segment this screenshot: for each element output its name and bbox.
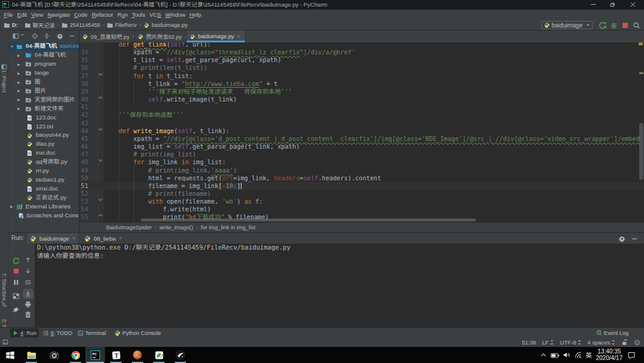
tool-button-pythonconsole[interactable]: Python Console [112,328,163,337]
menu-edit[interactable]: Edit [15,10,29,20]
tree-item-baoyun44py[interactable]: baoyun44.py [8,131,79,140]
hide-panel-button[interactable] [69,33,75,39]
editor-tab-baiduimagepy[interactable]: baiduimage.py× [187,30,246,42]
tree-item-qqpy[interactable]: qq号爬取.py [8,158,79,167]
tree-item-node[interactable]: ▶新建文件夹 [8,104,79,113]
taskbar-pycharm-logo[interactable]: PC [85,347,105,363]
tool-button-eventlog[interactable]: Event Log [593,328,631,337]
tool-button-terminal[interactable]: Terminal [75,328,109,337]
horizontal-scrollbar[interactable] [141,219,476,222]
run-settings-button[interactable] [615,234,628,244]
status-encoding[interactable]: UTF-8 [560,339,581,346]
tree-item-rrrpy[interactable]: rrr.py [8,167,79,176]
menu-refactor[interactable]: Refactor [89,10,115,20]
tree-item-py[interactable]: 正表达式.py [8,193,79,202]
menu-code[interactable]: Code [72,10,90,20]
tree-collapsed-icon[interactable]: ▶ [17,80,20,84]
hector-icon[interactable] [634,339,640,346]
rerun-button[interactable] [12,257,20,265]
menu-navigate[interactable]: Navigate [45,10,72,20]
tree-item-program[interactable]: ▶program [8,60,79,69]
editor-breadcrumb-item[interactable]: for img_link in img_list [201,224,255,230]
tab-close-icon[interactable]: × [237,34,240,39]
close-button[interactable] [623,0,642,10]
pause-output-button[interactable] [12,278,20,287]
tool-stripe-structure[interactable]: 7: Structure [0,273,8,307]
tree-item-04[interactable]: ▶04-英雄飞机 [8,51,79,60]
status-caret-position[interactable]: 51:38 [522,339,536,346]
maximize-button[interactable] [603,0,622,10]
taskbar-dark-circle[interactable] [171,347,190,363]
collapse-all-button[interactable] [44,33,50,39]
vertical-scrollbar[interactable] [639,123,643,180]
nav-breadcrumb-item[interactable]: D: [4,22,18,29]
stop-button[interactable] [12,267,20,275]
project-settings-button[interactable] [57,33,63,39]
tree-item-taoge[interactable]: ▶taoge [8,69,79,78]
menu-tools[interactable]: Tools [130,10,147,20]
project-view-selector[interactable] [13,33,19,39]
action-center-icon[interactable] [627,351,636,359]
warning-stripe-mark[interactable] [639,72,643,74]
nav-breadcrumb-item[interactable]: 聊天记录 [24,21,55,29]
editor-tab-09_py[interactable]: 09_百度贴吧.py× [79,30,135,42]
tree-item-scratchesandconsoles[interactable]: Scratches and Consoles [8,211,79,220]
scroll-to-end-button[interactable] [24,290,32,298]
project-view-dropdown-icon[interactable] [20,33,24,37]
status-line-separator[interactable]: LF [542,339,554,346]
unlock-icon[interactable] [621,339,628,346]
search-everywhere-button[interactable] [631,20,642,30]
taskbar-windows-start[interactable] [0,347,20,363]
tree-item-04[interactable]: ▼04-英雄飞机sources [8,42,79,51]
tree-item-node[interactable]: ▶图 [8,78,79,87]
run-configuration-select[interactable]: baiduimage [541,21,593,29]
locate-file-button[interactable] [32,33,38,39]
tree-item-node[interactable]: ▶天堂网爬的图片 [8,96,79,104]
run-tab-baiduimage[interactable]: baiduimage× [27,233,78,244]
tree-expanded-icon[interactable]: ▼ [10,45,14,48]
tree-item-inxidoc[interactable]: Winxi.doc [8,149,79,158]
soft-wrap-button[interactable] [24,278,32,287]
nav-breadcrumb-item[interactable]: 2541145459 [61,22,100,29]
stop-button[interactable] [620,20,631,30]
next-occurrence-button[interactable] [24,267,32,275]
prev-occurrence-button[interactable] [24,256,32,264]
tree-item-diaopy[interactable]: diao.py [8,140,79,149]
taskbar-camera[interactable] [44,347,64,363]
menu-vcs[interactable]: VCS [147,10,163,20]
tree-item-123doc[interactable]: W123.doc [8,113,79,122]
tree-item-123txt[interactable]: 123.txt [8,122,79,131]
tree-collapsed-icon[interactable]: ▶ [17,107,20,111]
menu-run[interactable]: Run [115,10,129,20]
tool-button-4run[interactable]: 4: Run [10,328,39,337]
tray-expand-icon[interactable] [540,352,547,358]
taskbar-typora[interactable]: T [106,347,126,363]
tree-item-taobao1py[interactable]: taobao1.py [8,176,79,184]
tool-stripe-project[interactable]: 1: Project [0,64,8,93]
taskbar-file-explorer[interactable] [21,347,41,363]
volume-icon[interactable] [563,351,571,359]
tree-item-xinxidoc[interactable]: Wxinxi.doc [8,184,79,193]
menu-window[interactable]: Window [163,10,188,20]
tool-windows-toggle-icon[interactable] [2,339,8,345]
tree-item-externallibraries[interactable]: ▶External Libraries [8,202,79,211]
tree-collapsed-icon[interactable]: ▶ [17,62,20,66]
taskbar-chrome[interactable] [66,347,85,363]
tree-collapsed-icon[interactable]: ▶ [17,98,20,102]
network-icon[interactable] [574,351,582,359]
editor-breadcrumb-item[interactable]: write_image() [160,224,193,230]
run-button[interactable] [597,20,608,30]
minimize-button[interactable] [584,0,603,10]
tree-collapsed-icon[interactable]: ▶ [10,205,13,209]
ime-indicator[interactable]: 英 [586,350,592,359]
tree-item-node[interactable]: ▶图片 [8,87,79,96]
nav-breadcrumb-item[interactable]: baiduimage.py [143,22,187,29]
run-console[interactable]: D:\python38\python.exe D:/聊天记录/254114545… [35,244,644,328]
print-button[interactable] [24,300,32,309]
editor-breadcrumb-item[interactable]: BaiduImageSpider [106,224,152,230]
menu-help[interactable]: Help [187,10,203,20]
hide-run-panel-button[interactable] [628,234,640,244]
tree-collapsed-icon[interactable]: ▶ [17,53,20,57]
taskbar-clock[interactable]: 13:40:35 2020/4/17 [596,349,623,361]
menu-view[interactable]: View [29,10,45,20]
